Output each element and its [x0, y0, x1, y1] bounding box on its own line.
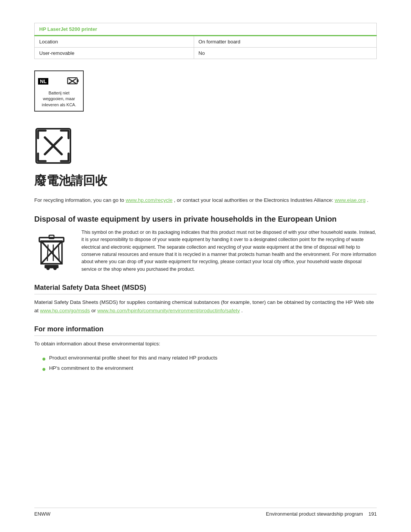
- chinese-heading: 廢電池請回收: [34, 173, 377, 189]
- more-info-bullets: ● Product environmental profile sheet fo…: [42, 355, 377, 372]
- msds-text-middle: or: [91, 308, 97, 313]
- bullet-dot-2: ●: [42, 366, 46, 372]
- svg-rect-1: [77, 80, 79, 82]
- bullet-text-1: Product environmental profile sheet for …: [49, 355, 218, 361]
- recycle-link2[interactable]: www.eiae.org: [335, 197, 365, 203]
- msds-text-after: .: [241, 308, 243, 313]
- weee-bin-icon: [34, 229, 72, 272]
- more-info-intro: To obtain information about these enviro…: [34, 340, 377, 348]
- bullet-item-1: ● Product environmental profile sheet fo…: [42, 355, 377, 362]
- recycle-text-after: .: [367, 197, 368, 203]
- svg-point-17: [53, 267, 57, 270]
- table-row-user-removable: User-removable No: [35, 48, 377, 59]
- footer-left: ENWW: [34, 511, 51, 517]
- svg-line-12: [59, 244, 59, 261]
- more-info-heading: For more information: [34, 325, 377, 336]
- nl-battery-text: Batterij niet weggooien, maar inleveren …: [38, 90, 80, 108]
- msds-link1[interactable]: www.hp.com/go/msds: [40, 308, 90, 313]
- printer-info-table: HP LaserJet 5200 printer Location On for…: [34, 23, 377, 59]
- bullet-dot-1: ●: [42, 355, 46, 362]
- battery-cross-icon: [66, 74, 80, 88]
- recycle-link1[interactable]: www.hp.com/recycle: [126, 197, 172, 203]
- msds-paragraph: Material Safety Data Sheets (MSDS) for s…: [34, 298, 377, 315]
- nl-battery-box: NL Batterij niet weggooien, maar inlever…: [34, 70, 84, 112]
- table-title: HP LaserJet 5200 printer: [35, 23, 377, 36]
- recycle-paragraph: For recycling information, you can go to…: [34, 196, 377, 204]
- svg-point-16: [46, 267, 50, 270]
- recycle-text-middle: , or contact your local authorities or t…: [174, 197, 335, 203]
- disposal-section: This symbol on the product or on its pac…: [34, 229, 377, 273]
- disposal-body-text: This symbol on the product or on its pac…: [81, 229, 377, 273]
- weee-return-icon: [34, 127, 72, 165]
- msds-heading: Material Safety Data Sheet (MSDS): [34, 284, 377, 294]
- table-row-location: Location On formatter board: [35, 36, 377, 48]
- footer-center-text: Environmental product stewardship progra…: [266, 511, 363, 517]
- user-removable-label: User-removable: [35, 48, 194, 59]
- bullet-text-2: HP's commitment to the environment: [49, 365, 133, 371]
- table-header-row: HP LaserJet 5200 printer: [35, 23, 377, 36]
- disposal-heading: Disposal of waste equipment by users in …: [34, 214, 377, 224]
- msds-link2[interactable]: www.hp.com/hpinfo/community/environment/…: [97, 308, 240, 313]
- nl-badge: NL: [38, 78, 48, 85]
- page-footer: ENWW Environmental product stewardship p…: [34, 508, 377, 517]
- bullet-item-2: ● HP's commitment to the environment: [42, 365, 377, 372]
- footer-right: Environmental product stewardship progra…: [266, 511, 377, 517]
- user-removable-value: No: [194, 48, 376, 59]
- location-value: On formatter board: [194, 36, 376, 48]
- footer-page-number: 191: [368, 511, 377, 517]
- location-label: Location: [35, 36, 194, 48]
- nl-top-row: NL: [38, 74, 80, 88]
- recycle-text-before: For recycling information, you can go to: [34, 197, 126, 203]
